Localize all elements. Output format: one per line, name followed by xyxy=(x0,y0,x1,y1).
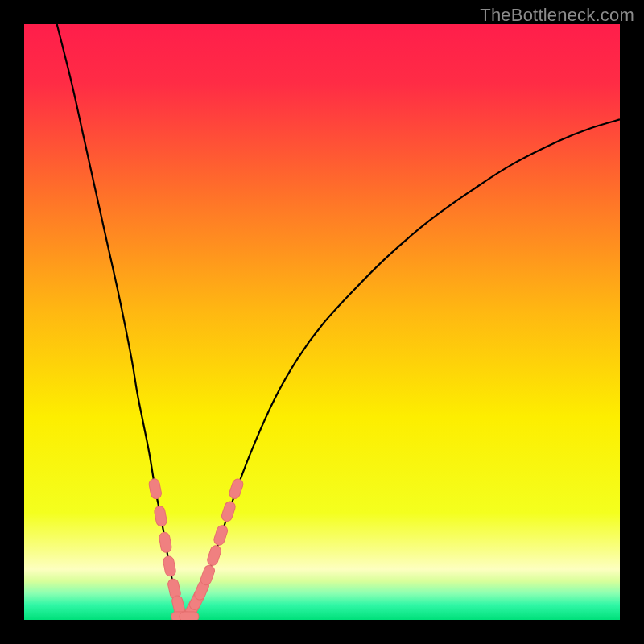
data-pill xyxy=(163,555,176,577)
data-markers xyxy=(148,477,245,620)
data-pill xyxy=(221,500,237,522)
data-pill xyxy=(180,612,199,620)
data-pill xyxy=(148,478,163,500)
plot-area xyxy=(24,24,620,620)
svg-rect-10 xyxy=(200,564,217,587)
curve-left xyxy=(57,24,185,619)
data-pill xyxy=(213,524,229,547)
curve-right xyxy=(185,119,620,618)
svg-rect-16 xyxy=(180,612,199,620)
data-pill xyxy=(206,544,222,567)
svg-rect-12 xyxy=(213,524,229,547)
data-pill xyxy=(154,506,167,527)
data-pill xyxy=(228,477,244,500)
data-pill xyxy=(200,564,217,587)
data-pill xyxy=(159,531,172,553)
svg-rect-2 xyxy=(154,506,167,527)
chart-overlay xyxy=(24,24,620,620)
svg-rect-13 xyxy=(221,500,237,522)
svg-rect-1 xyxy=(148,478,163,500)
svg-rect-14 xyxy=(228,477,244,500)
watermark-text: TheBottleneck.com xyxy=(480,5,634,26)
chart-frame: TheBottleneck.com xyxy=(0,0,644,644)
svg-rect-11 xyxy=(206,544,222,567)
svg-rect-4 xyxy=(163,555,176,577)
svg-rect-3 xyxy=(159,531,172,553)
